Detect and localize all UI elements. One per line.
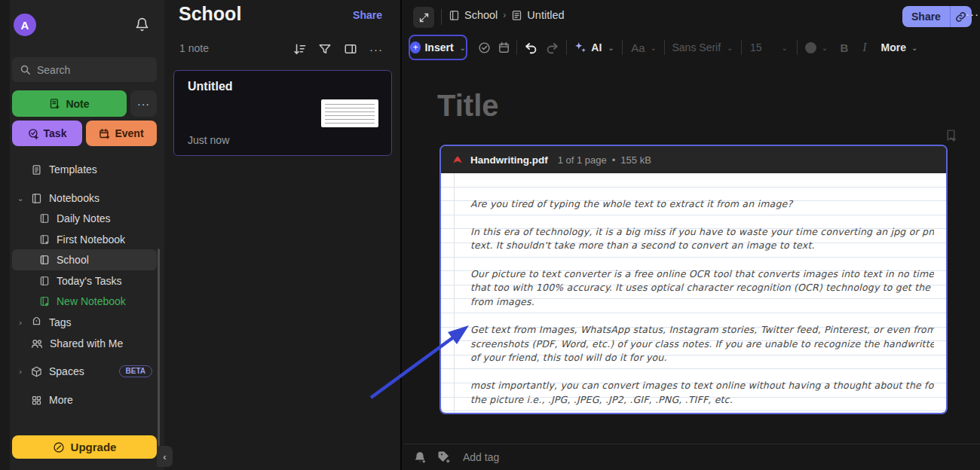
sidebar-item-first-notebook[interactable]: First Notebook <box>12 229 157 250</box>
sidebar-item-shared-with-me[interactable]: Shared with Me <box>12 333 157 354</box>
window-edge <box>0 0 10 470</box>
share-button-group: Share <box>902 6 972 27</box>
breadcrumb-notebook[interactable]: School <box>449 9 498 21</box>
chevron-down-icon: ⌄ <box>822 44 828 52</box>
text-style-button[interactable]: Aa ⌄ <box>628 35 660 60</box>
sidebar-item-daily-notes[interactable]: Daily Notes <box>12 208 157 229</box>
new-note-button[interactable]: Note <box>12 90 127 117</box>
sidebar-collapse-button[interactable]: ‹ <box>157 446 173 467</box>
paper-margin-line <box>454 173 455 414</box>
upgrade-button[interactable]: Upgrade <box>12 435 157 459</box>
note-more-icon[interactable]: ··· <box>966 8 979 20</box>
note-list-toolbar: ··· <box>292 41 384 56</box>
notifications-bell-icon[interactable] <box>133 15 151 33</box>
note-count: 1 note <box>179 42 209 54</box>
sidebar-item-templates[interactable]: Templates <box>12 159 157 180</box>
new-event-label: Event <box>115 127 143 139</box>
sidebar-item-notebooks[interactable]: ⌄ Notebooks <box>12 188 157 209</box>
divider <box>664 40 665 55</box>
grid-icon <box>31 395 42 406</box>
chevron-down-icon: ⌄ <box>727 44 733 52</box>
reminder-bell-plus-icon[interactable] <box>412 449 428 465</box>
tag-plus-icon[interactable] <box>436 449 452 465</box>
new-note-label: Note <box>66 98 89 110</box>
handwritten-text: Are you tired of typing the whole text t… <box>470 183 934 414</box>
task-checkbox-icon[interactable] <box>475 35 493 60</box>
new-event-button[interactable]: Event <box>86 121 157 146</box>
note-options-button[interactable]: ··· <box>130 90 157 117</box>
note-plus-icon <box>49 98 60 109</box>
app-window: A Search Note ··· Task Event Templates ⌄ <box>0 0 980 470</box>
notebook-icon <box>39 255 50 265</box>
undo-icon[interactable] <box>521 35 541 60</box>
sidebar: A Search Note ··· Task Event Templates ⌄ <box>0 0 164 470</box>
notebook-title: School <box>179 3 241 25</box>
font-size-select[interactable]: 15 ⌄ <box>747 35 791 60</box>
notebook-icon <box>39 276 50 286</box>
shared-with-me-label: Shared with Me <box>50 337 123 349</box>
school-label: School <box>57 254 89 266</box>
note-card-time: Just now <box>188 134 229 146</box>
pdf-size: 155 kB <box>620 154 651 166</box>
view-options-icon[interactable] <box>343 41 358 56</box>
chevron-right-icon[interactable]: › <box>17 367 24 376</box>
more-label: More <box>49 394 73 406</box>
sort-icon[interactable] <box>292 41 307 56</box>
insert-button[interactable]: + Insert ⌄ <box>409 35 467 60</box>
chevron-right-icon[interactable]: › <box>17 318 24 327</box>
font-family-select[interactable]: Sans Serif ⌄ <box>670 35 735 60</box>
pdf-pages: 1 of 1 page <box>558 154 607 166</box>
share-button[interactable]: Share <box>902 6 951 27</box>
note-title-placeholder[interactable]: Title <box>437 89 499 123</box>
editor-bottom-bar: Add tag <box>403 444 980 470</box>
spaces-label: Spaces <box>49 365 84 377</box>
sidebar-item-more[interactable]: More <box>12 389 157 410</box>
sparkles-icon <box>574 41 587 54</box>
note-card[interactable]: Untitled Just now <box>173 70 392 156</box>
new-task-button[interactable]: Task <box>12 121 82 146</box>
divider <box>622 40 623 55</box>
divider <box>441 9 442 25</box>
bold-button[interactable]: B <box>836 35 853 60</box>
spaces-cube-icon <box>31 366 42 377</box>
breadcrumb-separator: › <box>503 10 506 20</box>
notebooks-icon <box>31 193 42 204</box>
sidebar-item-spaces[interactable]: › Spaces BETA <box>12 361 157 382</box>
chevron-down-icon[interactable]: ⌄ <box>17 194 24 203</box>
upgrade-label: Upgrade <box>71 441 117 453</box>
redo-icon[interactable] <box>542 35 562 60</box>
expand-note-icon[interactable] <box>413 7 434 28</box>
note-list-panel: School Share 1 note ··· Untitled Just no… <box>164 0 402 470</box>
calendar-icon[interactable] <box>495 35 513 60</box>
font-color-button[interactable]: ⌄ <box>803 35 830 60</box>
beta-badge: BETA <box>119 365 152 377</box>
pdf-meta: 1 of 1 page • 155 kB <box>558 154 651 166</box>
search-placeholder: Search <box>37 64 70 76</box>
search-input[interactable]: Search <box>12 57 157 82</box>
notebook-icon <box>39 213 50 224</box>
chevron-down-icon: ⌄ <box>782 44 788 52</box>
tag-icon <box>31 317 42 328</box>
sidebar-item-new-notebook[interactable]: New Notebook <box>12 291 157 312</box>
breadcrumb-note[interactable]: Untitled <box>511 9 564 21</box>
add-tag-button[interactable]: Add tag <box>463 451 499 463</box>
new-task-label: Task <box>44 127 67 139</box>
sidebar-scrollbar[interactable] <box>158 249 160 458</box>
more-formatting-button[interactable]: More ⌄ <box>878 35 920 60</box>
ai-button[interactable]: AI ⌄ <box>571 35 617 60</box>
notebook-share-link[interactable]: Share <box>353 9 382 21</box>
sidebar-item-tags[interactable]: › Tags <box>12 312 157 333</box>
sidebar-item-school[interactable]: School <box>12 249 157 270</box>
note-icon <box>511 10 522 21</box>
daily-notes-label: Daily Notes <box>57 212 111 224</box>
avatar[interactable]: A <box>14 14 36 36</box>
filter-icon[interactable] <box>317 41 332 56</box>
sidebar-item-todays-tasks[interactable]: Today's Tasks <box>12 270 157 291</box>
pdf-attachment[interactable]: Handwriting.pdf 1 of 1 page • 155 kB Are… <box>439 145 948 414</box>
bookmark-plus-icon[interactable] <box>942 127 959 143</box>
divider <box>797 40 798 55</box>
list-more-icon[interactable]: ··· <box>369 41 384 56</box>
tags-label: Tags <box>49 316 72 328</box>
italic-button[interactable]: I <box>856 35 873 60</box>
notebook-star-icon <box>39 234 50 245</box>
